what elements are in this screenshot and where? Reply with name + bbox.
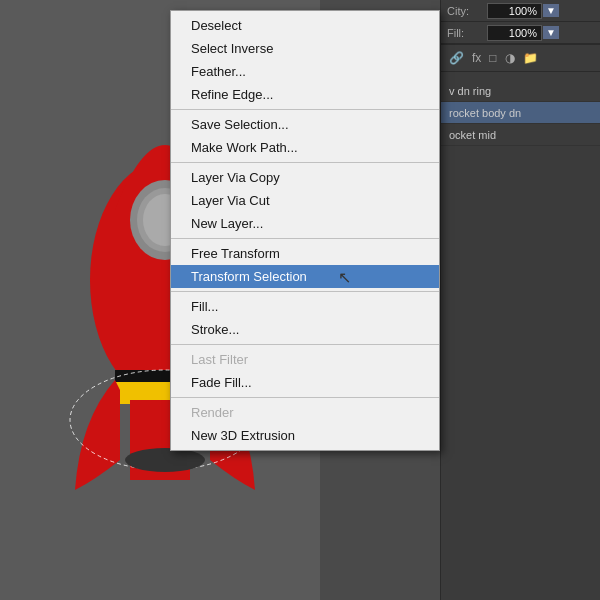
fill-value[interactable]: 100%: [487, 25, 542, 41]
menu-item-label: Transform Selection: [191, 269, 307, 284]
folder-icon[interactable]: 📁: [521, 49, 540, 67]
adjustment-icon[interactable]: ◑: [503, 49, 517, 67]
menu-item-label: Save Selection...: [191, 117, 289, 132]
menu-item-free-transform[interactable]: Free Transform: [171, 242, 439, 265]
menu-separator-14: [171, 291, 439, 292]
fill-label: Fill:: [447, 27, 487, 39]
link-icon[interactable]: 🔗: [447, 49, 466, 67]
opacity-dropdown[interactable]: ▼: [543, 4, 559, 17]
layer-item-0[interactable]: v dn ring: [441, 80, 600, 102]
menu-item-label: Stroke...: [191, 322, 239, 337]
menu-item-label: Fade Fill...: [191, 375, 252, 390]
opacity-value[interactable]: 100%: [487, 3, 542, 19]
menu-item-label: Last Filter: [191, 352, 248, 367]
svg-point-9: [125, 448, 205, 472]
right-panel: City: 100% ▼ Fill: 100% ▼ 🔗 fx □ ◑ 📁 v d…: [440, 0, 600, 600]
menu-item-label: New 3D Extrusion: [191, 428, 295, 443]
menu-item-stroke-[interactable]: Stroke...: [171, 318, 439, 341]
panel-icons-bar: 🔗 fx □ ◑ 📁: [441, 44, 600, 72]
menu-separator-4: [171, 109, 439, 110]
menu-item-save-selection-[interactable]: Save Selection...: [171, 113, 439, 136]
menu-item-layer-via-copy[interactable]: Layer Via Copy: [171, 166, 439, 189]
menu-item-make-work-path-[interactable]: Make Work Path...: [171, 136, 439, 159]
layer-item-1[interactable]: rocket body dn: [441, 102, 600, 124]
menu-item-fill-[interactable]: Fill...: [171, 295, 439, 318]
menu-separator-11: [171, 238, 439, 239]
menu-item-render: Render: [171, 401, 439, 424]
menu-item-label: Layer Via Cut: [191, 193, 270, 208]
menu-item-label: Feather...: [191, 64, 246, 79]
menu-item-feather-[interactable]: Feather...: [171, 60, 439, 83]
menu-item-label: Free Transform: [191, 246, 280, 261]
menu-item-label: Refine Edge...: [191, 87, 273, 102]
menu-separator-7: [171, 162, 439, 163]
menu-item-fade-fill-[interactable]: Fade Fill...: [171, 371, 439, 394]
fill-dropdown[interactable]: ▼: [543, 26, 559, 39]
menu-item-select-inverse[interactable]: Select Inverse: [171, 37, 439, 60]
opacity-label: City:: [447, 5, 487, 17]
menu-item-transform-selection[interactable]: Transform Selection: [171, 265, 439, 288]
menu-item-layer-via-cut[interactable]: Layer Via Cut: [171, 189, 439, 212]
context-menu: DeselectSelect InverseFeather...Refine E…: [170, 10, 440, 451]
menu-item-label: Select Inverse: [191, 41, 273, 56]
fx-icon[interactable]: fx: [470, 49, 483, 67]
fill-field: Fill: 100% ▼: [441, 22, 600, 44]
menu-item-label: New Layer...: [191, 216, 263, 231]
menu-item-label: Deselect: [191, 18, 242, 33]
menu-item-label: Make Work Path...: [191, 140, 298, 155]
menu-item-refine-edge-[interactable]: Refine Edge...: [171, 83, 439, 106]
menu-separator-20: [171, 397, 439, 398]
opacity-field: City: 100% ▼: [441, 0, 600, 22]
menu-item-label: Render: [191, 405, 234, 420]
menu-item-last-filter: Last Filter: [171, 348, 439, 371]
menu-item-label: Fill...: [191, 299, 218, 314]
menu-separator-17: [171, 344, 439, 345]
mask-icon[interactable]: □: [487, 49, 498, 67]
menu-item-deselect[interactable]: Deselect: [171, 14, 439, 37]
menu-item-new-layer-[interactable]: New Layer...: [171, 212, 439, 235]
menu-item-new-3d-extrusion[interactable]: New 3D Extrusion: [171, 424, 439, 447]
menu-item-label: Layer Via Copy: [191, 170, 280, 185]
layer-item-2[interactable]: ocket mid: [441, 124, 600, 146]
layers-panel: v dn ring rocket body dn ocket mid: [441, 80, 600, 146]
